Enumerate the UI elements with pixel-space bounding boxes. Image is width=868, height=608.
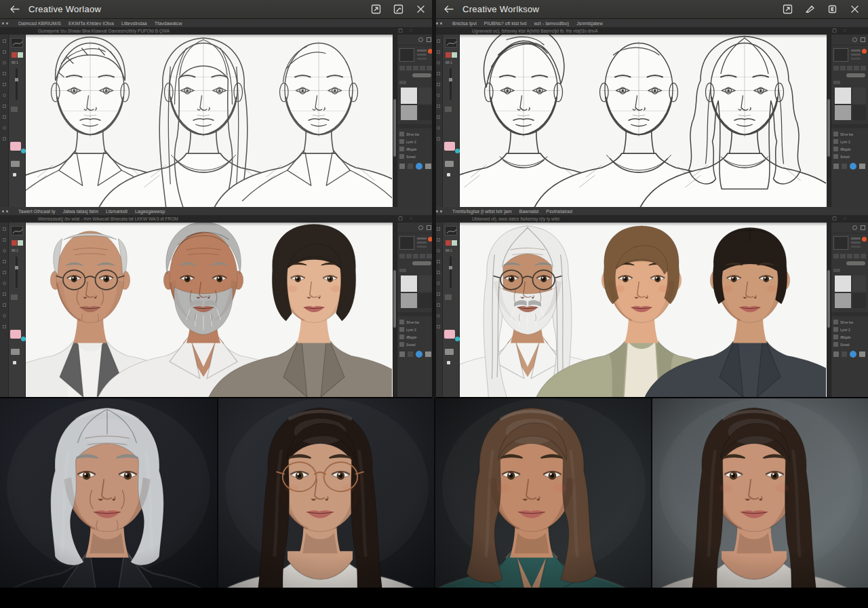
titlebar-icons xyxy=(781,3,861,16)
portrait-photo-4 xyxy=(651,398,868,588)
color-chip-green xyxy=(18,52,23,58)
open-in-new-icon[interactable] xyxy=(370,3,382,16)
window-divider xyxy=(432,0,436,398)
close-icon[interactable] xyxy=(414,3,427,16)
tool-panel[interactable]: 88:1 xyxy=(9,35,26,207)
layer-row[interactable]: Lystr 2 xyxy=(833,326,867,332)
swatch-teal xyxy=(21,149,26,153)
edit-box-icon[interactable] xyxy=(392,3,405,16)
swatch-light xyxy=(835,88,851,104)
open-in-new-icon[interactable] xyxy=(781,3,794,16)
active-color-dot xyxy=(862,237,867,242)
layer-row[interactable]: Sfrve bw xyxy=(833,131,867,137)
menu-item[interactable]: Bawnatst xyxy=(519,209,539,214)
tool-rail[interactable] xyxy=(0,35,9,207)
editor-canvas[interactable] xyxy=(26,223,393,397)
layer-row[interactable]: Sfrve bw xyxy=(399,131,433,137)
back-button[interactable] xyxy=(441,2,456,17)
swatch-pink xyxy=(10,142,21,151)
photo-strip xyxy=(0,398,868,588)
layer-row[interactable]: Svtwd xyxy=(833,341,867,347)
menu-item[interactable]: Ltsmarkstl xyxy=(106,209,127,214)
menu-item[interactable]: EKIMTa Khtdev IOtva xyxy=(68,21,114,26)
swatch-light xyxy=(401,88,417,104)
layer-row[interactable]: Svtwd xyxy=(833,153,867,159)
color-preview xyxy=(399,236,414,250)
pen-icon[interactable] xyxy=(804,3,816,16)
swatch-pink xyxy=(444,142,455,151)
window-title: Creative Worlaow xyxy=(28,4,101,14)
editor-menubar: Tnmts/tsgtse (t wttst tvtr jamBawnatstPs… xyxy=(434,207,868,215)
portrait-photo-3 xyxy=(434,398,651,588)
color-chip-red xyxy=(12,240,17,246)
back-arrow-icon[interactable] xyxy=(442,3,455,16)
layer-row[interactable]: tBkgde xyxy=(833,334,867,340)
color-chip-red xyxy=(12,52,17,58)
layer-visibility-dot xyxy=(850,163,856,170)
menu-item[interactable]: PIUBNs? oft ktst tvd xyxy=(484,21,527,26)
tool-panel[interactable]: 88:1 xyxy=(443,35,460,207)
tool-panel[interactable]: 88:1 xyxy=(443,223,460,397)
editor-statusbar: Ugvwvwst oc), tshsvwy ktsr A(tvttd Basmc… xyxy=(434,27,868,35)
side-panel[interactable]: Sfrve bwLystr 2tBkgdeSvtwd xyxy=(397,35,434,207)
menu-item[interactable]: Jsnmtsjatew xyxy=(576,21,603,26)
layer-visibility-dot xyxy=(416,351,422,358)
menu-item[interactable]: Bnictsa tpvl xyxy=(452,21,477,26)
menu-item[interactable]: Tawert Gthcaat ty xyxy=(18,209,55,214)
back-arrow-icon[interactable] xyxy=(8,3,21,16)
bottom-black-bar xyxy=(0,588,868,608)
editor-canvas[interactable] xyxy=(26,35,393,207)
layer-row[interactable]: Sfrve bw xyxy=(833,319,867,325)
back-button[interactable] xyxy=(7,2,22,17)
color-preview xyxy=(399,48,414,62)
editor-canvas[interactable] xyxy=(460,223,827,397)
swatch-teal xyxy=(455,149,460,153)
swatch-teal xyxy=(455,337,460,341)
editor-menubar: Tawert Gthcaat tyJatwa tatasj fatmLtsmar… xyxy=(0,207,434,215)
menu-item[interactable]: wzI - Iamvodtbo) xyxy=(534,21,569,26)
menu-item[interactable]: Daimcsd KBRIUM/S xyxy=(18,21,61,26)
color-chip-green xyxy=(452,240,457,246)
editor-statusbar: Wkmssasat(j /bv wtat - rhm WAwcait Bhwca… xyxy=(0,215,434,223)
swatch-pink xyxy=(10,330,21,339)
color-preview xyxy=(833,236,848,250)
menu-item[interactable]: Jatwa tatasj fatm xyxy=(62,209,98,214)
layer-row[interactable]: Sfrve bw xyxy=(399,319,433,325)
layer-row[interactable]: Lystr 2 xyxy=(399,138,433,145)
window-right: Creative Worlksow Bnictsa tpvlPIUBNs? of… xyxy=(434,0,868,398)
side-panel[interactable]: Sfrve bwLystr 2tBkgdeSvtwd xyxy=(831,35,868,207)
close-icon[interactable] xyxy=(848,3,861,16)
layer-row[interactable]: tBkgde xyxy=(399,146,433,152)
tool-panel[interactable]: 88:1 xyxy=(9,223,26,397)
layer-row[interactable]: Svtwd xyxy=(399,153,433,159)
menu-item[interactable]: Tfavdawatcw xyxy=(155,21,182,26)
window-title: Creative Worlksow xyxy=(462,4,539,14)
editor-statusbar: Gumayvne tzu Shwav Bkw.Ktawvat Davneenct… xyxy=(0,27,434,35)
editor-canvas[interactable] xyxy=(460,35,827,207)
active-color-dot xyxy=(862,49,867,54)
e-box-icon[interactable] xyxy=(826,3,839,16)
color-chip-green xyxy=(18,240,23,246)
color-chip-red xyxy=(446,240,451,246)
color-chip-red xyxy=(446,52,451,58)
tool-rail[interactable] xyxy=(0,223,9,397)
editor-menubar: Bnictsa tpvlPIUBNs? oft ktst tvdwzI - Ia… xyxy=(434,19,868,27)
swatch-teal xyxy=(21,337,26,341)
side-panel[interactable]: Sfrve bwLystr 2tBkgdeSvtwd xyxy=(831,223,868,397)
layer-row[interactable]: Lystr 2 xyxy=(833,138,867,145)
menu-item[interactable]: Lagasgawwsp xyxy=(135,209,165,214)
swatch-pink xyxy=(444,330,455,339)
menu-item[interactable]: Psvtnstairad xyxy=(546,209,572,214)
layer-visibility-dot xyxy=(850,351,856,358)
editor-statusbar: Ubtwvwd ot), wws datcs ItsAsmsy t(ty ty … xyxy=(434,215,868,223)
side-panel[interactable]: Sfrve bwLystr 2tBkgdeSvtwd xyxy=(397,223,434,397)
menu-item[interactable]: Tnmts/tsgtse (t wttst tvtr jam xyxy=(452,209,512,214)
layer-row[interactable]: Lystr 2 xyxy=(399,326,433,332)
stage: Creative Worlaow Daimcsd KBRIUM/SEKIMTa … xyxy=(0,0,868,608)
layer-row[interactable]: Svtwd xyxy=(399,341,433,347)
titlebar-icons xyxy=(370,3,427,16)
layer-row[interactable]: tBkgde xyxy=(833,146,867,152)
menu-item[interactable]: Littevstndaa xyxy=(121,21,147,26)
layer-visibility-dot xyxy=(416,163,422,170)
layer-row[interactable]: tBkgde xyxy=(399,334,433,340)
